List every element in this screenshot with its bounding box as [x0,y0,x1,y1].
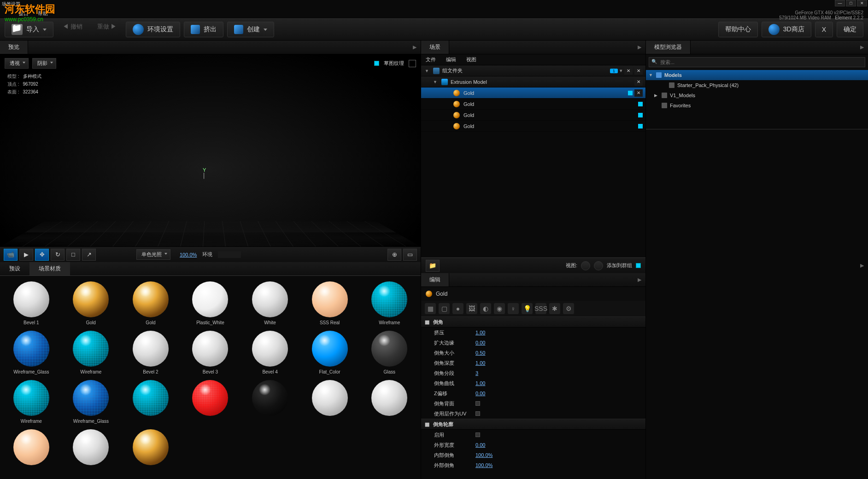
redo-button[interactable]: 重做 ▶ [92,23,123,36]
search-input[interactable] [649,57,865,67]
property-checkbox[interactable] [475,411,480,416]
scene-edit[interactable]: 编辑 [446,56,456,63]
material-item[interactable]: Bevel 4 [244,331,296,374]
ok-button[interactable]: 确定 [837,22,863,37]
view-mode-1[interactable] [581,261,590,270]
material-item[interactable]: White [244,281,296,325]
tree-group-folder[interactable]: ▼ 组文件夹 1▾✕✕ [421,65,645,76]
material-item[interactable] [185,380,236,424]
material-item[interactable] [244,380,296,424]
material-item[interactable]: Wireframe [65,331,117,374]
transform-tool[interactable]: ↗ [82,249,96,261]
property-value[interactable]: 100.0% [475,452,493,458]
property-value[interactable]: 0.50 [475,350,485,356]
material-item[interactable]: Bevel 1 [6,281,57,325]
browser-tab[interactable]: 模型浏览器 [646,41,691,54]
tab-icon-diffuse[interactable]: ● [452,303,463,314]
property-value[interactable]: 100.0% [475,462,493,468]
property-value[interactable]: 0.00 [475,340,485,345]
property-value[interactable]: 0.00 [475,442,485,448]
material-item[interactable] [304,380,356,424]
tab-icon-settings[interactable]: ⚙ [563,303,574,314]
undo-button[interactable]: ◀ 撤销 [57,23,88,36]
scale-tool[interactable]: □ [66,249,80,261]
panel-collapse-icon[interactable]: ▶ [859,262,865,269]
material-item[interactable]: Plastic_White [185,281,236,325]
visibility-checkbox[interactable] [638,102,643,106]
material-item[interactable]: Wireframe [6,380,57,424]
property-value[interactable]: 1.00 [475,380,485,386]
preview-viewport[interactable]: 透视 阴影 草图纹理 模型 :多种模式 顶点 :967092 表面 :32236… [0,54,421,246]
create-button[interactable]: 创建 [227,22,274,37]
material-item[interactable]: Wireframe_Glass [65,380,117,424]
tree-material-item[interactable]: Gold [421,99,645,110]
delete-icon[interactable]: ✕ [634,67,643,75]
material-item[interactable] [6,429,57,468]
shadow-dropdown[interactable]: 阴影 [32,58,56,69]
property-checkbox[interactable] [475,401,480,406]
extrude-button[interactable]: 挤出 [184,22,223,37]
property-value[interactable]: 0.00 [475,391,485,396]
material-item[interactable] [125,429,176,468]
visibility-checkbox[interactable] [638,124,643,129]
tab-icon-image[interactable]: 🖼 [466,303,477,314]
tab-icon-reflect[interactable]: ◐ [480,303,491,314]
material-item[interactable]: Flat_Color [304,331,356,374]
visibility-checkbox[interactable] [628,91,633,95]
tree-extrusion-model[interactable]: ▼ Extrusion Model ✕ [421,76,645,88]
close-x-button[interactable]: X [815,22,833,37]
tab-scene-materials[interactable]: 场景材质 [29,262,70,275]
camera-tool[interactable]: 📹 [4,249,18,261]
tab-icon-texture[interactable]: ▢ [439,303,450,314]
addgroup-checkbox[interactable] [636,263,641,268]
tab-icon-fog[interactable]: ✱ [549,303,560,314]
material-item[interactable]: Bevel 2 [125,331,176,374]
material-item[interactable]: SSS Real [304,281,356,325]
material-item[interactable]: Gold [65,281,117,325]
panel-collapse-icon[interactable]: ▶ [859,44,865,51]
property-value[interactable]: 1.00 [475,360,485,366]
help-center-button[interactable]: 帮助中心 [718,22,758,37]
delete-icon[interactable]: ✕ [624,67,633,75]
panel-collapse-icon[interactable]: ▶ [636,44,643,51]
panel-collapse-icon[interactable]: ▶ [411,44,418,51]
section-bevel[interactable]: ▦倒角 [421,316,645,327]
import-button[interactable]: 导入 [5,22,53,37]
opacity-value[interactable]: 100.0% [180,252,197,257]
preview-tab[interactable]: 预览 [0,41,28,54]
env-slider[interactable] [218,251,241,258]
expand-icon[interactable] [409,60,416,67]
visibility-checkbox[interactable] [638,113,643,117]
projection-dropdown[interactable]: 透视 [5,58,29,69]
environment-button[interactable]: 环境设置 [126,22,180,37]
models-root[interactable]: ▼ Models [646,70,868,80]
tab-icon-sss[interactable]: SSS [535,303,546,314]
scene-view[interactable]: 视图 [466,56,476,63]
material-item[interactable]: Glass [364,331,415,374]
delete-icon[interactable]: ✕ [634,78,643,86]
view-mode-2[interactable] [594,261,603,270]
tree-material-item[interactable]: Gold [421,121,645,132]
material-item[interactable] [364,380,415,424]
display-tool[interactable]: ▭ [403,249,417,261]
tab-icon-illum[interactable]: ♀ [508,303,519,314]
store-button[interactable]: 3D商店 [762,22,811,37]
material-item[interactable]: Wireframe [364,281,415,325]
window-min-button[interactable]: — [835,0,845,6]
window-max-button[interactable]: □ [846,0,856,6]
tab-icon-basic[interactable]: ▦ [425,303,436,314]
tree-material-item[interactable]: Gold [421,110,645,121]
property-checkbox[interactable] [475,432,480,437]
shading-dropdown[interactable]: 单色光照 [136,249,170,260]
delete-icon[interactable]: ✕ [634,89,643,97]
tab-preset[interactable]: 预设 [0,262,29,275]
material-item[interactable] [125,380,176,424]
target-tool[interactable]: ⊕ [387,249,401,261]
rotate-tool[interactable]: ↻ [51,249,65,261]
scene-file[interactable]: 文件 [426,56,436,63]
material-item[interactable]: Bevel 3 [185,331,236,374]
menu-window[interactable]: 窗口 [18,10,29,17]
scene-tab[interactable]: 场景 [421,41,449,54]
sketch-checkbox[interactable] [374,61,379,66]
menu-help[interactable]: 帮助 [38,10,48,17]
